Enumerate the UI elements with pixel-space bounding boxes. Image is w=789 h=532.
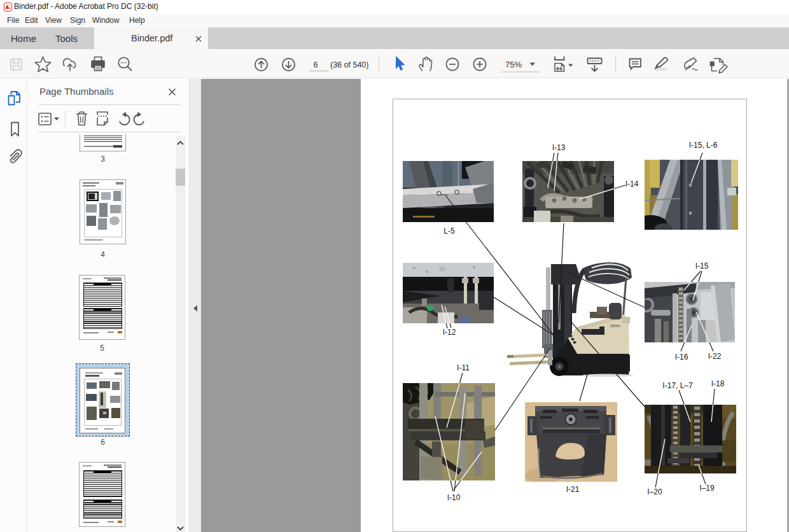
svg-text:75%: 75% xyxy=(505,60,522,69)
svg-text:6: 6 xyxy=(314,60,318,69)
svg-text:(36 of 540): (36 of 540) xyxy=(330,60,368,69)
